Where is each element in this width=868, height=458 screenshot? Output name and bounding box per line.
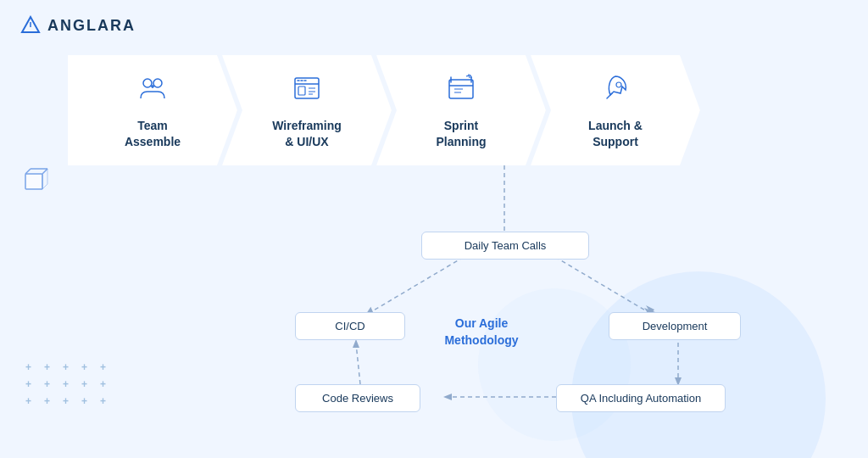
cicd-box: CI/CD: [295, 312, 405, 340]
svg-line-26: [368, 257, 464, 314]
header: ANGLARA: [20, 15, 136, 36]
step-wireframing: Wireframing& UI/UX: [222, 55, 392, 165]
step-sprint-planning: SprintPlanning: [376, 55, 546, 165]
launch-support-label: Launch &Support: [588, 118, 643, 148]
svg-marker-33: [443, 394, 452, 400]
steps-row: TeamAssemble Wireframing& UI/UX: [68, 55, 851, 165]
svg-line-34: [356, 344, 360, 384]
svg-rect-2: [25, 174, 42, 189]
team-assemble-label: TeamAssemble: [125, 118, 181, 148]
cicd-label: CI/CD: [335, 320, 364, 332]
sprint-planning-icon: [444, 71, 478, 111]
code-reviews-box: Code Reviews: [295, 384, 420, 412]
code-reviews-label: Code Reviews: [322, 392, 393, 405]
logo-icon: [20, 15, 41, 36]
svg-point-24: [616, 82, 621, 87]
daily-team-calls-box: Daily Team Calls: [421, 232, 589, 260]
svg-line-28: [555, 257, 651, 314]
wireframing-label: Wireframing& UI/UX: [272, 118, 342, 148]
step-launch-support: Launch &Support: [531, 55, 700, 165]
qa-automation-box: QA Including Automation: [556, 384, 726, 412]
team-assemble-icon: [136, 71, 170, 111]
svg-line-3: [25, 169, 31, 174]
plus-decoration: +++++ +++++ +++++: [25, 361, 114, 407]
step-team-assemble: TeamAssemble: [68, 55, 237, 165]
cube-icon: [19, 165, 51, 198]
daily-team-calls-label: Daily Team Calls: [465, 239, 547, 252]
logo-text: ANGLARA: [47, 17, 136, 35]
development-box: Development: [609, 312, 741, 340]
svg-point-10: [153, 79, 162, 87]
launch-support-icon: [598, 71, 632, 111]
svg-line-4: [42, 169, 47, 174]
sprint-planning-label: SprintPlanning: [436, 118, 486, 148]
wireframing-icon: [290, 71, 324, 111]
svg-line-8: [42, 184, 47, 189]
development-label: Development: [643, 320, 708, 332]
svg-point-9: [143, 79, 152, 87]
svg-marker-35: [353, 339, 359, 348]
svg-rect-13: [298, 87, 305, 95]
qa-automation-label: QA Including Automation: [581, 392, 701, 405]
agile-methodology-label: Our Agile Methodology: [426, 316, 537, 349]
